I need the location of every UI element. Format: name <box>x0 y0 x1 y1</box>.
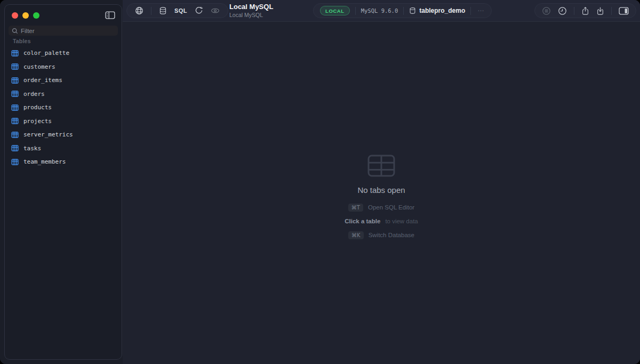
refresh-icon[interactable] <box>195 6 203 15</box>
table-list: color_palette customers <box>9 46 118 169</box>
right-panel-toggle-icon[interactable] <box>619 7 629 15</box>
shortcut-switch-db: ⌘K Switch Database <box>348 230 414 240</box>
shortcut-open-sql: ⌘T Open SQL Editor <box>348 203 414 212</box>
table-name: team_members <box>23 158 66 165</box>
sidebar-region: Tables color_palette <box>0 0 123 364</box>
table-name: order_items <box>23 77 62 84</box>
connection-title: Local MySQL Local MySQL <box>229 3 273 18</box>
database-icon <box>409 7 416 14</box>
actions-separator <box>574 7 574 15</box>
zoom-window-button[interactable] <box>33 12 39 19</box>
table-icon <box>11 118 19 124</box>
search-icon <box>12 28 18 34</box>
connection-subtitle: Local MySQL <box>229 12 273 18</box>
key-badge: ⌘T <box>348 204 363 212</box>
empty-state-title: No tabs open <box>357 185 405 195</box>
table-name: customers <box>23 63 55 70</box>
history-clock-icon[interactable] <box>558 6 567 15</box>
titlebar: SQL Local MySQL L <box>123 0 640 22</box>
export-icon[interactable] <box>581 6 589 15</box>
toolbar-separator <box>151 7 151 15</box>
hint-strong-text: Click a table <box>345 218 380 224</box>
connection-separator <box>470 7 471 15</box>
environment-badge: LOCAL <box>320 6 350 15</box>
actions-separator <box>611 7 612 15</box>
table-icon <box>11 63 19 70</box>
import-icon[interactable] <box>596 6 604 15</box>
table-name: server_metrics <box>23 131 73 138</box>
key-badge: ⌘K <box>348 231 364 239</box>
database-icon[interactable] <box>159 6 167 15</box>
table-name: products <box>23 104 52 111</box>
table-placeholder-icon <box>367 155 395 177</box>
table-row[interactable]: server_metrics <box>9 128 118 142</box>
more-options-button[interactable]: ⋯ <box>476 7 485 14</box>
actions-group <box>534 3 636 18</box>
main-content: No tabs open ⌘T Open SQL Editor Click a … <box>123 22 640 364</box>
sidebar-panel: Tables color_palette <box>4 4 122 360</box>
table-icon <box>11 159 19 165</box>
minimize-window-button[interactable] <box>22 12 29 19</box>
connection-name: Local MySQL <box>229 3 273 11</box>
table-icon <box>11 104 19 111</box>
table-row[interactable]: team_members <box>9 155 118 169</box>
filter-box <box>9 26 118 36</box>
globe-icon[interactable] <box>135 6 143 15</box>
filter-input[interactable] <box>21 28 115 34</box>
table-icon <box>11 132 19 138</box>
empty-state: No tabs open ⌘T Open SQL Editor Click a … <box>123 155 640 240</box>
app-window: Tables color_palette <box>0 0 640 364</box>
left-panel-toggle-icon[interactable] <box>105 11 115 21</box>
table-name: tasks <box>23 145 41 152</box>
table-name: orders <box>23 91 45 98</box>
tables-section-label: Tables <box>13 38 31 44</box>
shortcut-hints: ⌘T Open SQL Editor Click a table to view… <box>345 203 418 240</box>
connection-separator <box>403 7 404 15</box>
sql-editor-button[interactable]: SQL <box>174 7 187 14</box>
eye-icon[interactable] <box>211 7 220 14</box>
server-version: MySQL 9.6.0 <box>361 7 398 14</box>
window-controls <box>12 12 39 19</box>
toolbar-group: SQL <box>126 3 228 18</box>
filter-circle-icon[interactable] <box>542 6 551 15</box>
connection-separator <box>355 7 356 15</box>
table-row[interactable]: color_palette <box>9 46 118 60</box>
shortcut-label: Switch Database <box>369 232 414 238</box>
table-icon <box>11 91 19 97</box>
database-name: tablepro_demo <box>419 7 465 14</box>
table-name: color_palette <box>23 50 69 56</box>
table-row[interactable]: customers <box>9 60 118 74</box>
table-icon <box>11 145 19 151</box>
table-row[interactable]: order_items <box>9 74 118 87</box>
main-region: SQL Local MySQL L <box>123 0 640 364</box>
table-row[interactable]: projects <box>9 115 118 128</box>
table-row[interactable]: tasks <box>9 142 118 156</box>
table-icon <box>11 77 19 84</box>
connection-info-group: LOCAL MySQL 9.6.0 tablepro_demo ⋯ <box>313 3 492 18</box>
close-window-button[interactable] <box>12 12 18 19</box>
table-row[interactable]: products <box>9 101 118 115</box>
table-icon <box>11 50 19 56</box>
table-row[interactable]: orders <box>9 87 118 101</box>
database-selector[interactable]: tablepro_demo <box>409 7 465 14</box>
hint-rest-text: to view data <box>385 218 418 224</box>
table-name: projects <box>23 118 52 125</box>
shortcut-label: Open SQL Editor <box>368 204 414 211</box>
hint-click-table: Click a table to view data <box>345 216 418 226</box>
